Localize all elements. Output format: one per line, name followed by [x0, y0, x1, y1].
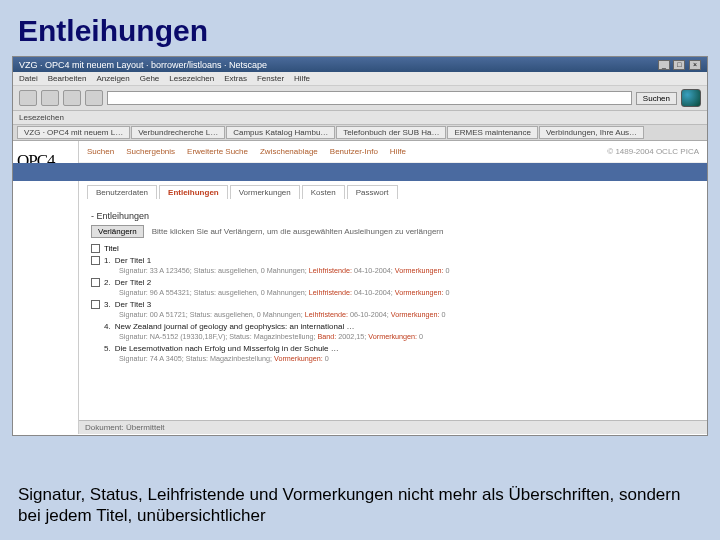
- item-detail: Signatur: NA-5152 (19330,18F,V); Status:…: [119, 332, 695, 341]
- renew-button[interactable]: Verlängern: [91, 225, 144, 238]
- loan-item: 5. Die Lesemotivation nach Erfolg und Mi…: [91, 344, 695, 363]
- item-checkbox[interactable]: [91, 256, 100, 265]
- loan-item: 1. Der Titel 1 Signatur: 33 A 123456; St…: [91, 256, 695, 275]
- nav-help[interactable]: Hilfe: [390, 147, 406, 156]
- item-detail: Signatur: 33 A 123456; Status: ausgelieh…: [119, 266, 695, 275]
- header-stripe: [13, 163, 707, 181]
- menu-window[interactable]: Fenster: [257, 74, 284, 83]
- browser-tab-bar: VZG · OPC4 mit neuem L… Verbundrecherche…: [13, 125, 707, 141]
- item-detail: Signatur: 74 A 3405; Status: Magazinbest…: [119, 354, 695, 363]
- tab-userdata[interactable]: Benutzerdaten: [87, 185, 157, 199]
- menu-edit[interactable]: Bearbeiten: [48, 74, 87, 83]
- item-checkbox[interactable]: [91, 278, 100, 287]
- item-title[interactable]: Der Titel 3: [115, 300, 151, 310]
- item-title[interactable]: Die Lesemotivation nach Erfolg und Misse…: [115, 344, 339, 354]
- browser-status-bar: Dokument: Übermittelt: [79, 420, 707, 434]
- window-title: VZG · OPC4 mit neuem Layout · borrower/l…: [19, 60, 267, 70]
- nav-clipboard[interactable]: Zwischenablage: [260, 147, 318, 156]
- loan-item: 2. Der Titel 2 Signatur: 96 A 554321; St…: [91, 278, 695, 297]
- item-number: 1.: [104, 256, 111, 266]
- nav-userinfo[interactable]: Benutzer-Info: [330, 147, 378, 156]
- item-number: 4.: [104, 322, 111, 332]
- item-detail: Signatur: 96 A 554321; Status: ausgelieh…: [119, 288, 695, 297]
- netscape-logo-icon: [681, 89, 701, 107]
- slide-caption: Signatur, Status, Leihfristende und Vorm…: [18, 484, 702, 527]
- item-detail: Signatur: 00 A 51721; Status: ausgeliehe…: [119, 310, 695, 319]
- main-panel: Suchen Suchergebnis Erweiterte Suche Zwi…: [79, 141, 707, 434]
- minimize-button[interactable]: _: [658, 60, 670, 70]
- item-title[interactable]: Der Titel 2: [115, 278, 151, 288]
- titlebar: VZG · OPC4 mit neuem Layout · borrower/l…: [13, 57, 707, 72]
- back-button[interactable]: [19, 90, 37, 106]
- loan-item: 3. Der Titel 3 Signatur: 00 A 51721; Sta…: [91, 300, 695, 319]
- forward-button[interactable]: [41, 90, 59, 106]
- close-button[interactable]: ×: [689, 60, 701, 70]
- nav-search[interactable]: Suchen: [87, 147, 114, 156]
- browser-tab[interactable]: ERMES maintenance: [447, 126, 537, 139]
- loan-item: 4. New Zealand journal of geology and ge…: [91, 322, 695, 341]
- tab-loans[interactable]: Entleihungen: [159, 185, 228, 199]
- tab-fees[interactable]: Kosten: [302, 185, 345, 199]
- browser-tab[interactable]: Verbundrecherche L…: [131, 126, 225, 139]
- item-title[interactable]: New Zealand journal of geology and geoph…: [115, 322, 355, 332]
- nav-results[interactable]: Suchergebnis: [126, 147, 175, 156]
- browser-tab[interactable]: VZG · OPC4 mit neuem L…: [17, 126, 130, 139]
- item-number: 2.: [104, 278, 111, 288]
- menu-tools[interactable]: Extras: [224, 74, 247, 83]
- menu-file[interactable]: Datei: [19, 74, 38, 83]
- window-controls: _ □ ×: [657, 59, 701, 70]
- slide-title: Entleihungen: [0, 0, 720, 56]
- browser-tab[interactable]: Telefonbuch der SUB Ha…: [336, 126, 446, 139]
- item-checkbox[interactable]: [91, 300, 100, 309]
- user-subtabs: Benutzerdaten Entleihungen Vormerkungen …: [79, 185, 707, 199]
- reload-button[interactable]: [63, 90, 81, 106]
- menu-view[interactable]: Anzeigen: [96, 74, 129, 83]
- page-content: OPC4 Suchen Suchergebnis Erweiterte Such…: [13, 141, 707, 434]
- sidebar: OPC4: [13, 141, 79, 434]
- browser-window: VZG · OPC4 mit neuem Layout · borrower/l…: [12, 56, 708, 436]
- select-all-checkbox[interactable]: [91, 244, 100, 253]
- item-number: 5.: [104, 344, 111, 354]
- menu-go[interactable]: Gehe: [140, 74, 160, 83]
- toolbar: Suchen: [13, 86, 707, 111]
- search-button[interactable]: Suchen: [636, 92, 677, 105]
- menu-bookmarks[interactable]: Lesezeichen: [169, 74, 214, 83]
- opc-top-nav: Suchen Suchergebnis Erweiterte Suche Zwi…: [79, 141, 707, 163]
- renew-hint: Bitte klicken Sie auf Verlängern, um die…: [152, 227, 444, 236]
- section-heading: - Entleihungen: [91, 211, 695, 221]
- tab-reservations[interactable]: Vormerkungen: [230, 185, 300, 199]
- stop-button[interactable]: [85, 90, 103, 106]
- nav-advanced[interactable]: Erweiterte Suche: [187, 147, 248, 156]
- browser-tab[interactable]: Verbindungen, Ihre Aus…: [539, 126, 644, 139]
- item-title[interactable]: Der Titel 1: [115, 256, 151, 266]
- maximize-button[interactable]: □: [673, 60, 685, 70]
- status-text: Dokument: Übermittelt: [85, 423, 165, 432]
- menubar: Datei Bearbeiten Anzeigen Gehe Lesezeich…: [13, 72, 707, 86]
- browser-tab[interactable]: Campus Katalog Hambu…: [226, 126, 335, 139]
- bookmark-toolbar: Lesezeichen: [13, 111, 707, 125]
- bookmarks-label[interactable]: Lesezeichen: [19, 113, 64, 122]
- copyright-text: © 1489-2004 OCLC PICA: [607, 147, 699, 156]
- item-number: 3.: [104, 300, 111, 310]
- menu-help[interactable]: Hilfe: [294, 74, 310, 83]
- url-input[interactable]: [107, 91, 632, 105]
- tab-password[interactable]: Passwort: [347, 185, 398, 199]
- column-title: Titel: [104, 244, 119, 253]
- list-header: Titel: [91, 244, 695, 253]
- loans-body: - Entleihungen Verlängern Bitte klicken …: [79, 199, 707, 374]
